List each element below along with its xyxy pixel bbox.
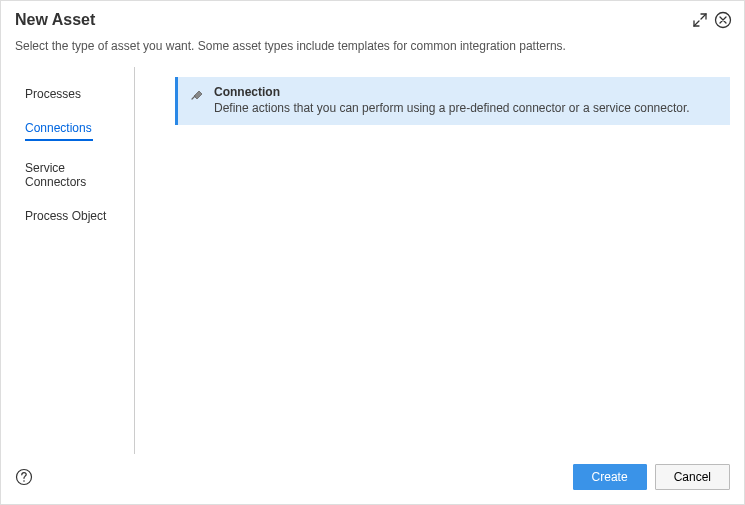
dialog-title: New Asset xyxy=(15,11,95,29)
sidebar-item-process-object[interactable]: Process Object xyxy=(15,199,134,233)
expand-icon[interactable] xyxy=(692,12,708,28)
asset-card-connection[interactable]: Connection Define actions that you can p… xyxy=(175,77,730,125)
help-icon[interactable] xyxy=(15,468,33,486)
footer-buttons: Create Cancel xyxy=(573,464,730,490)
sidebar-item-label: Processes xyxy=(25,87,81,101)
content-area: Processes Connections Service Connectors… xyxy=(1,67,744,454)
asset-panel: Connection Define actions that you can p… xyxy=(135,67,730,454)
sidebar-item-service-connectors[interactable]: Service Connectors xyxy=(15,151,134,199)
footer: Create Cancel xyxy=(1,454,744,504)
svg-point-2 xyxy=(23,480,25,482)
sidebar-item-label: Connections xyxy=(25,121,92,135)
asset-text: Connection Define actions that you can p… xyxy=(214,85,690,115)
sidebar-item-processes[interactable]: Processes xyxy=(15,77,134,111)
dialog-subtitle: Select the type of asset you want. Some … xyxy=(1,35,744,67)
sidebar-item-connections[interactable]: Connections xyxy=(15,111,134,151)
sidebar-item-label: Service Connectors xyxy=(25,161,86,189)
titlebar: New Asset xyxy=(1,1,744,35)
create-button[interactable]: Create xyxy=(573,464,647,490)
connection-icon xyxy=(190,87,204,105)
title-actions xyxy=(692,11,732,29)
close-icon[interactable] xyxy=(714,11,732,29)
asset-description: Define actions that you can perform usin… xyxy=(214,101,690,115)
cancel-button[interactable]: Cancel xyxy=(655,464,730,490)
sidebar-item-label: Process Object xyxy=(25,209,106,223)
sidebar: Processes Connections Service Connectors… xyxy=(15,67,135,454)
asset-title: Connection xyxy=(214,85,690,99)
